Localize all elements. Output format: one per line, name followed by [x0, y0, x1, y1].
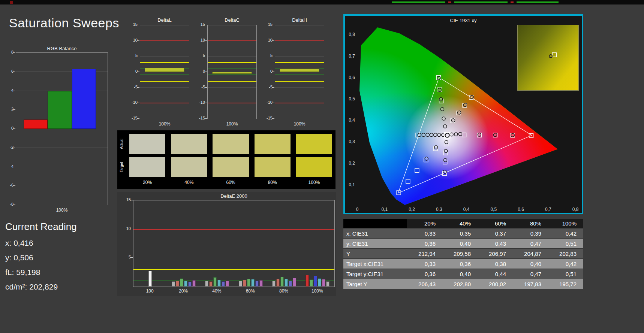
- reference-line: [208, 62, 256, 63]
- inset-measured-circle: [549, 54, 553, 58]
- bar: [326, 281, 329, 287]
- table-corner: [343, 219, 407, 228]
- table-cell: 0,40: [513, 261, 548, 267]
- table-cell: 0,33: [407, 261, 442, 267]
- topbar-segment: [454, 1, 508, 3]
- inset-target-square: [552, 52, 557, 57]
- results-table[interactable]: 20%40%60%80%100%x: CIE310,330,350,370,39…: [343, 219, 583, 289]
- y-tick-label: 4: [1, 88, 13, 93]
- measured-point: [437, 76, 440, 80]
- y-tick-label: 10: [261, 38, 273, 42]
- bar: [255, 281, 259, 287]
- bar: [272, 281, 276, 287]
- bar: [276, 279, 280, 287]
- y-tick-label: -6: [1, 183, 13, 187]
- table-cell: 0,40: [442, 240, 478, 247]
- table-cell: 202,83: [548, 251, 583, 257]
- measured-point: [458, 111, 461, 114]
- y-tick-label: 15: [261, 22, 273, 27]
- cie-y-tick-label: 0,8: [349, 32, 355, 37]
- measured-point: [511, 133, 514, 137]
- table-cell: 0,44: [478, 271, 513, 277]
- reading-cdm2: cd/m²: 202,829: [5, 282, 77, 291]
- measured-point: [430, 133, 433, 137]
- y-tick-label: -5: [261, 85, 273, 89]
- x-axis-label: 100%: [140, 121, 189, 127]
- delta-c-plot: [207, 25, 257, 119]
- cie-x-tick-label: 0,4: [463, 207, 470, 212]
- table-cell: 195,72: [548, 281, 583, 287]
- swatch-col-label: 80%: [254, 180, 291, 186]
- y-tick-label: 10: [126, 38, 138, 42]
- column-header: 60%: [478, 220, 513, 227]
- measured-point: [452, 119, 455, 122]
- reference-line: [140, 40, 189, 41]
- column-header: 80%: [513, 220, 548, 227]
- rgb-balance-chart[interactable]: RGB Balance 100% 86420-2-4-6-8: [6, 45, 108, 217]
- bar: [280, 277, 284, 287]
- bar: [285, 279, 288, 287]
- swatch-row-label: Actual: [119, 133, 124, 154]
- cie-1931-panel[interactable]: CIE 1931 xy: [343, 14, 583, 214]
- swatch-panel[interactable]: ActualTarget20%40%60%80%100%: [117, 130, 335, 189]
- table-cell: 206,97: [478, 251, 513, 257]
- y-tick-label: -15: [261, 116, 273, 120]
- y-tick-label: 2: [1, 107, 13, 111]
- y-tick-label: 0: [193, 69, 205, 73]
- gridline: [208, 56, 256, 57]
- y-tick-label: -5: [126, 85, 138, 89]
- bar: [289, 281, 292, 287]
- measured-point: [439, 98, 443, 101]
- delta-h-chart[interactable]: DeltaH 100% 151050-5-10-15: [264, 16, 326, 128]
- y-tick-label: 5: [261, 53, 273, 58]
- bar: [145, 68, 185, 72]
- measured-point: [464, 103, 467, 107]
- table-row: Target Y206,43202,80200,02197,83195,72: [343, 279, 583, 289]
- measured-point: [444, 158, 447, 162]
- measured-point: [442, 117, 445, 120]
- delta-l-chart[interactable]: DeltaL 100% 151050-5-10-15: [129, 16, 192, 128]
- color-swatch: [296, 157, 332, 178]
- measured-point: [470, 95, 473, 99]
- table-cell: 212,94: [407, 251, 442, 257]
- measured-point: [434, 146, 438, 149]
- bar: [322, 279, 325, 287]
- gridline: [275, 119, 324, 119]
- measured-point: [443, 125, 447, 128]
- table-cell: 0,39: [513, 230, 548, 237]
- current-reading-heading: Current Reading: [5, 221, 77, 233]
- color-swatch: [296, 133, 332, 154]
- color-swatch: [212, 157, 249, 178]
- reference-line: [133, 269, 334, 270]
- table-cell: 0,42: [548, 261, 583, 267]
- x-axis-label: 100%: [275, 121, 324, 127]
- reference-line: [208, 103, 256, 103]
- y-tick-label: -15: [193, 116, 205, 120]
- cie-x-tick-label: 0: [356, 207, 359, 212]
- cie-y-tick-label: 0,7: [349, 54, 355, 59]
- color-swatch: [129, 133, 166, 154]
- delta-e2000-chart[interactable]: DeltaE 2000 1510510020%40%60%80%100%: [117, 192, 336, 296]
- cie-y-tick-label: 0,5: [349, 96, 355, 102]
- column-header: 100%: [548, 220, 583, 227]
- measured-point: [450, 133, 453, 136]
- topbar-segment: [448, 1, 451, 3]
- bar: [213, 277, 217, 287]
- swatch-row: Actual: [119, 133, 332, 154]
- gridline: [140, 56, 189, 57]
- delta-c-chart[interactable]: DeltaC 100% 151050-5-10-15: [197, 16, 259, 128]
- row-label: x: CIE31: [343, 230, 407, 237]
- reading-x: x: 0,416: [5, 239, 77, 248]
- bar: [212, 72, 252, 74]
- gridline: [140, 25, 189, 25]
- reading-fl: fL: 59,198: [5, 268, 77, 277]
- bar: [48, 91, 72, 129]
- measured-point: [438, 88, 441, 92]
- table-cell: 0,47: [513, 240, 548, 247]
- cie-x-tick-label: 0,7: [545, 207, 551, 212]
- y-tick-label: 5: [126, 53, 138, 58]
- measured-point: [459, 132, 462, 136]
- row-label: Target x:CIE31: [343, 261, 407, 267]
- gridline: [16, 53, 108, 53]
- x-tick-label: 40%: [205, 288, 228, 294]
